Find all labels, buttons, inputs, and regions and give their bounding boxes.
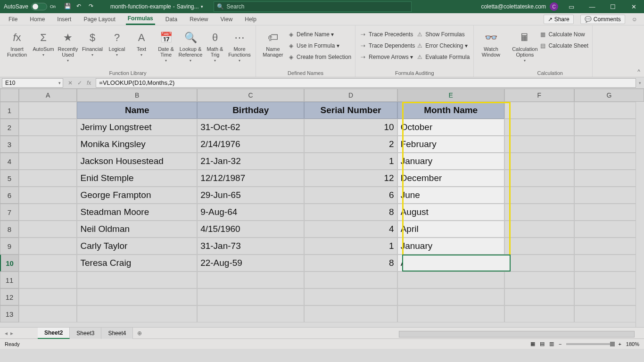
add-sheet-button[interactable]: ⊕ xyxy=(133,330,146,337)
cell[interactable]: Monika Kingsley xyxy=(77,136,197,153)
cell[interactable]: December xyxy=(397,170,504,187)
row-header-11[interactable]: 11 xyxy=(0,272,19,288)
row-header-13[interactable]: 13 xyxy=(0,305,19,322)
name-box[interactable]: E10 ▾ xyxy=(2,78,63,88)
more-functions-button[interactable]: ⋯More Functions▾ xyxy=(227,27,252,69)
error-checking-button[interactable]: ⚠Error Checking ▾ xyxy=(416,41,470,51)
tab-page-layout[interactable]: Page Layout xyxy=(82,13,117,25)
smiley-icon[interactable]: ☺ xyxy=(632,16,637,23)
row-header-3[interactable]: 3 xyxy=(0,136,19,153)
cell[interactable]: 29-Jun-65 xyxy=(197,187,304,204)
tab-review[interactable]: Review xyxy=(188,13,210,25)
cell[interactable]: 31-Jan-73 xyxy=(197,238,304,255)
cell[interactable]: April xyxy=(397,221,504,238)
cell[interactable] xyxy=(504,102,574,119)
calculate-now-button[interactable]: ▦Calculate Now xyxy=(539,29,588,40)
comments-button[interactable]: 💬Comments xyxy=(580,15,625,24)
cell[interactable] xyxy=(504,170,574,187)
cell[interactable]: Month Name xyxy=(397,102,504,119)
create-from-selection-button[interactable]: ◈Create from Selection xyxy=(287,52,351,62)
cell[interactable] xyxy=(19,305,77,322)
table-row[interactable]: Teresa Craig22-Aug-598August xyxy=(19,255,644,272)
column-header-G[interactable]: G xyxy=(574,89,644,102)
name-manager-button[interactable]: 🏷 Name Manager xyxy=(260,27,286,69)
cell[interactable] xyxy=(19,119,77,136)
cell[interactable] xyxy=(574,170,644,187)
row-header-8[interactable]: 8 xyxy=(0,221,19,238)
table-row[interactable]: Jerimy Longstreet31-Oct-6210October xyxy=(19,119,644,136)
search-box[interactable]: 🔍 Search xyxy=(214,1,412,12)
chevron-down-icon[interactable]: ▾ xyxy=(201,4,203,9)
cell[interactable] xyxy=(19,102,77,119)
column-header-A[interactable]: A xyxy=(19,89,77,102)
evaluate-formula-button[interactable]: ⚠Evaluate Formula xyxy=(416,52,470,62)
cell[interactable] xyxy=(504,288,574,305)
cell[interactable]: Jerimy Longstreet xyxy=(77,119,197,136)
cell[interactable]: Steadman Moore xyxy=(77,204,197,221)
cell[interactable] xyxy=(504,187,574,204)
cell[interactable]: Enid Stemple xyxy=(77,170,197,187)
cell[interactable]: Name xyxy=(77,102,197,119)
sheet-tab-sheet4[interactable]: Sheet4 xyxy=(101,328,133,339)
row-header-12[interactable]: 12 xyxy=(0,288,19,305)
table-row[interactable]: NameBirthdaySerial NumberMonth Name xyxy=(19,102,644,119)
collapse-ribbon-icon[interactable]: ^ xyxy=(637,68,640,75)
cell[interactable] xyxy=(304,272,397,288)
cell[interactable]: 8 xyxy=(304,204,397,221)
cell[interactable]: Serial Number xyxy=(304,102,397,119)
undo-icon[interactable]: ↶ xyxy=(76,3,84,10)
cell[interactable] xyxy=(19,136,77,153)
trace-precedents-button[interactable]: ⇢Trace Precedents xyxy=(359,29,415,40)
table-row[interactable]: Neil Oldman4/15/19604April xyxy=(19,221,644,238)
cell[interactable]: 10 xyxy=(304,119,397,136)
maximize-icon[interactable]: ☐ xyxy=(603,0,623,13)
cell[interactable]: 4 xyxy=(304,221,397,238)
row-header-7[interactable]: 7 xyxy=(0,204,19,221)
cell[interactable]: 22-Aug-59 xyxy=(197,255,304,272)
cell[interactable]: June xyxy=(397,187,504,204)
cell[interactable] xyxy=(504,136,574,153)
cell[interactable] xyxy=(197,305,304,322)
select-all-corner[interactable] xyxy=(0,89,19,102)
cell[interactable] xyxy=(504,153,574,170)
table-row[interactable] xyxy=(19,305,644,322)
row-header-9[interactable]: 9 xyxy=(0,238,19,255)
cell[interactable] xyxy=(397,272,504,288)
table-row[interactable]: Monika Kingsley2/14/19762February xyxy=(19,136,644,153)
cell[interactable] xyxy=(304,288,397,305)
table-row[interactable]: Jackson Housestead21-Jan-321January xyxy=(19,153,644,170)
cell[interactable] xyxy=(19,204,77,221)
enter-icon[interactable]: ✓ xyxy=(77,80,82,86)
cell[interactable] xyxy=(504,204,574,221)
math-trig-button[interactable]: θMath & Trig▾ xyxy=(203,27,227,69)
cell[interactable] xyxy=(197,272,304,288)
cell[interactable]: Teresa Craig xyxy=(77,255,197,272)
table-row[interactable] xyxy=(19,272,644,288)
cell[interactable] xyxy=(19,187,77,204)
cell[interactable] xyxy=(77,305,197,322)
use-in-formula-button[interactable]: ◈Use in Formula ▾ xyxy=(287,41,351,51)
tab-help[interactable]: Help xyxy=(243,13,258,25)
cell[interactable]: Jackson Housestead xyxy=(77,153,197,170)
cell[interactable] xyxy=(574,221,644,238)
cell[interactable] xyxy=(574,204,644,221)
lookup-reference-button[interactable]: 🔍Lookup & Reference▾ xyxy=(178,27,203,69)
table-row[interactable]: Carly Taylor31-Jan-731January xyxy=(19,238,644,255)
define-name-button[interactable]: ◈Define Name ▾ xyxy=(287,29,351,40)
cell[interactable] xyxy=(574,102,644,119)
logical-button[interactable]: ?Logical▾ xyxy=(105,27,129,69)
tab-formulas[interactable]: Formulas xyxy=(126,13,155,25)
text-button[interactable]: AText▾ xyxy=(129,27,154,69)
column-header-B[interactable]: B xyxy=(77,89,197,102)
cell[interactable]: 4/15/1960 xyxy=(197,221,304,238)
cell[interactable] xyxy=(504,238,574,255)
column-header-C[interactable]: C xyxy=(197,89,304,102)
cell[interactable] xyxy=(19,255,77,272)
expand-formula-bar-icon[interactable]: ▾ xyxy=(636,81,644,85)
cell[interactable] xyxy=(574,153,644,170)
cell[interactable]: Birthday xyxy=(197,102,304,119)
horizontal-scrollbar[interactable] xyxy=(146,329,644,337)
cell[interactable]: August xyxy=(397,255,504,272)
fx-icon[interactable]: fx xyxy=(87,80,91,86)
cell[interactable]: 31-Oct-62 xyxy=(197,119,304,136)
